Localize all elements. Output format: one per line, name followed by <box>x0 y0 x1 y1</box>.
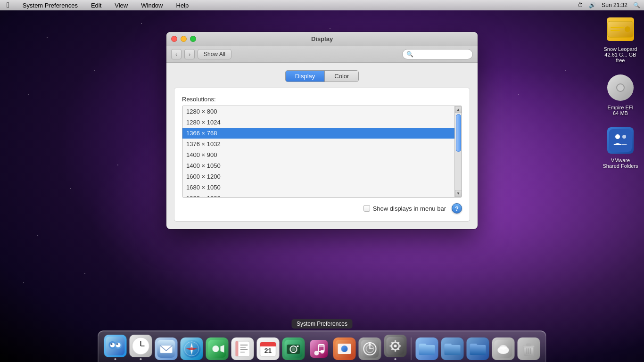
resolutions-list[interactable]: 1280 × 8001280 × 10241366 × 7681376 × 10… <box>182 106 454 197</box>
vmware-label: VMware <box>611 157 630 163</box>
svg-point-5 <box>615 134 620 139</box>
svg-point-39 <box>292 347 296 351</box>
dock-item-folder1[interactable] <box>416 337 438 360</box>
maximize-button[interactable] <box>190 36 196 42</box>
resolution-item[interactable]: 1400 × 900 <box>182 149 454 160</box>
svg-rect-28 <box>240 345 248 346</box>
resolution-item[interactable]: 1680 × 1050 <box>182 182 454 193</box>
dock-item-folder2[interactable] <box>441 337 464 360</box>
finder-icon <box>104 335 127 357</box>
clock-dot <box>140 358 142 360</box>
svg-rect-31 <box>240 352 245 353</box>
prefs-panel: Resolutions: 1280 × 8001280 × 10241366 ×… <box>174 88 470 222</box>
search-input[interactable] <box>415 51 469 58</box>
desktop-icons: Snow Leopard 42.61 G... GB free Empire E… <box>602 14 639 169</box>
dock-item-sysprefs[interactable] <box>384 335 407 360</box>
dock-item-itunes[interactable] <box>308 337 330 360</box>
dock-item-safari[interactable] <box>181 337 203 360</box>
dock-item-addressbook[interactable] <box>231 337 254 360</box>
resolution-item[interactable]: 1280 × 1024 <box>182 117 454 128</box>
dock-item-facetime[interactable] <box>206 337 229 360</box>
scroll-thumb[interactable] <box>456 114 461 152</box>
dock-shelf: 21 <box>98 330 546 362</box>
resolution-item[interactable]: 1920 × 1200 <box>182 193 454 197</box>
forward-button[interactable]: › <box>184 49 195 59</box>
volume-icon[interactable]: 🔊 <box>589 2 596 8</box>
dialog-title: Display <box>311 35 333 42</box>
sysprefs-dot <box>395 358 396 360</box>
apple-menu[interactable]:  <box>4 0 12 10</box>
dock: System Preferences <box>98 319 546 362</box>
desktop:  System Preferences Edit View Window He… <box>0 0 644 362</box>
dialog-toolbar: ‹ › Show All 🔍 <box>166 46 478 63</box>
menu-edit[interactable]: Edit <box>88 1 104 10</box>
dock-tooltip: System Preferences <box>292 319 352 329</box>
snow-leopard-sublabel: 42.61 G... GB free <box>602 52 639 63</box>
svg-rect-30 <box>240 349 248 350</box>
svg-point-67 <box>500 345 507 350</box>
resolution-item[interactable]: 1600 × 1200 <box>182 171 454 182</box>
svg-point-10 <box>110 343 115 347</box>
tab-bar: Display Color <box>174 70 470 82</box>
desktop-icon-empire-efi[interactable]: Empire EFI 64 MB <box>602 73 639 116</box>
back-button[interactable]: ‹ <box>171 49 182 59</box>
search-icon: 🔍 <box>406 51 413 58</box>
disc-icon <box>605 73 636 103</box>
minimize-button[interactable] <box>181 36 187 42</box>
desktop-icon-vmware[interactable]: VMware Shared Folders <box>602 125 639 169</box>
svg-point-1 <box>625 26 630 32</box>
svg-point-13 <box>116 343 118 345</box>
menubar-left:  System Preferences Edit View Window He… <box>0 0 195 10</box>
desktop-icon-snow-leopard[interactable]: Snow Leopard 42.61 G... GB free <box>602 14 639 63</box>
dock-item-trash[interactable] <box>518 337 540 360</box>
menubar-right: ⏱ 🔊 Sun 21:32 🔍 <box>578 2 644 8</box>
dock-item-photobooth[interactable] <box>282 337 305 360</box>
dock-item-ical[interactable]: 21 <box>257 337 280 360</box>
menu-view[interactable]: View <box>112 1 131 10</box>
resolution-item[interactable]: 1400 × 1050 <box>182 160 454 171</box>
svg-point-24 <box>213 346 219 352</box>
vmware-icon <box>605 125 636 156</box>
help-button[interactable]: ? <box>452 203 462 214</box>
scroll-down-arrow[interactable]: ▼ <box>455 190 462 197</box>
svg-rect-29 <box>240 347 246 348</box>
dock-item-timemachine[interactable] <box>359 337 381 360</box>
svg-rect-2 <box>611 27 624 28</box>
svg-rect-27 <box>236 341 239 356</box>
menu-window[interactable]: Window <box>138 1 165 10</box>
scroll-up-arrow[interactable]: ▲ <box>455 106 462 113</box>
svg-rect-70 <box>527 344 531 346</box>
resolution-item[interactable]: 1280 × 800 <box>182 106 454 117</box>
resolution-item[interactable]: 1376 × 1032 <box>182 139 454 149</box>
svg-point-12 <box>111 343 113 345</box>
svg-text:21: 21 <box>264 347 272 354</box>
dock-item-folder3[interactable] <box>467 337 489 360</box>
search-box: 🔍 <box>402 49 473 59</box>
resolution-item[interactable]: 644 × 362 <box>182 128 454 139</box>
menubar:  System Preferences Edit View Window He… <box>0 0 644 10</box>
show-all-button[interactable]: Show All <box>198 49 231 59</box>
menu-help[interactable]: Help <box>173 1 192 10</box>
search-icon[interactable]: 🔍 <box>633 2 640 8</box>
dock-item-mail[interactable] <box>155 337 178 360</box>
dock-item-finder[interactable] <box>104 335 127 360</box>
menu-system-preferences[interactable]: System Preferences <box>20 1 81 10</box>
close-button[interactable] <box>171 36 177 42</box>
svg-point-48 <box>341 346 348 352</box>
scrollbar[interactable]: ▲ ▼ <box>454 106 462 197</box>
show-displays-checkbox-label[interactable]: Show displays in menu bar <box>363 205 446 212</box>
dock-item-clock[interactable] <box>130 335 152 360</box>
time-machine-icon[interactable]: ⏱ <box>578 2 583 8</box>
scroll-track <box>455 153 462 190</box>
show-displays-checkbox[interactable] <box>363 205 370 212</box>
tab-group: Display Color <box>285 70 359 82</box>
snow-leopard-label: Snow Leopard <box>604 46 637 52</box>
dialog-titlebar: Display <box>166 32 478 46</box>
tab-display[interactable]: Display <box>286 71 325 82</box>
tab-color[interactable]: Color <box>325 71 358 82</box>
finder-dot <box>115 358 116 360</box>
resolutions-container: 1280 × 8001280 × 10241366 × 7681376 × 10… <box>182 106 462 197</box>
dock-item-iphoto[interactable] <box>333 337 356 360</box>
dock-item-mobileme[interactable] <box>492 337 515 360</box>
empire-efi-label: Empire EFI <box>607 105 633 110</box>
